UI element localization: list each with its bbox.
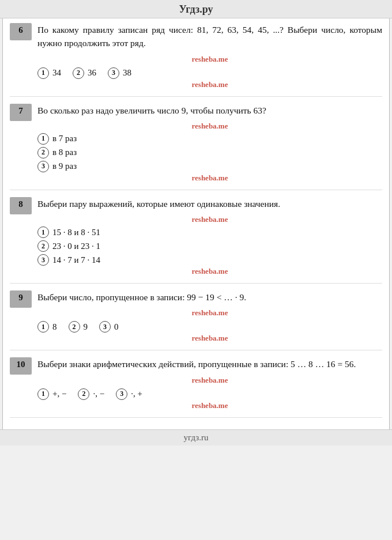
question-text-9: Выбери число, пропущенное в записи: 99 −…	[37, 290, 382, 304]
options-container-7: 1в 7 раз2в 8 раз3в 9 раз	[37, 133, 382, 172]
option-text-7-1: в 7 раз	[52, 134, 77, 144]
option-10-1[interactable]: 1+, −	[37, 388, 66, 400]
site-footer: угдз.ru	[0, 429, 392, 445]
option-circle-7-3: 3	[37, 161, 49, 172]
options-container-10: 1+, −2·, −3·, +	[37, 388, 382, 400]
option-text-8-3: 14 · 7 и 7 · 14	[52, 255, 100, 265]
option-8-2[interactable]: 223 · 0 и 23 · 1	[37, 240, 382, 252]
option-8-3[interactable]: 314 · 7 и 7 · 14	[37, 254, 382, 266]
watermark: resheba.me	[37, 334, 382, 343]
site-header: Угдз.ру	[0, 0, 392, 18]
option-circle-10-1: 1	[37, 388, 49, 400]
watermark: resheba.me	[37, 80, 382, 89]
option-circle-7-2: 2	[37, 147, 49, 158]
options-container-8: 115 · 8 и 8 · 51223 · 0 и 23 · 1314 · 7 …	[37, 226, 382, 266]
option-text-9-1: 8	[52, 322, 57, 332]
question-number-7: 7	[10, 104, 32, 121]
watermark: resheba.me	[37, 267, 382, 276]
question-block-9: 9Выбери число, пропущенное в записи: 99 …	[10, 290, 382, 350]
option-text-7-2: в 8 раз	[52, 148, 77, 157]
option-text-8-1: 15 · 8 и 8 · 51	[52, 228, 100, 237]
question-content-10: Выбери знаки арифметических действий, пр…	[37, 357, 382, 411]
option-text-10-2: ·, −	[93, 389, 104, 399]
question-text-10: Выбери знаки арифметических действий, пр…	[37, 357, 382, 371]
option-9-3[interactable]: 30	[99, 321, 119, 333]
option-text-10-1: +, −	[52, 389, 66, 399]
option-text-6-3: 38	[123, 68, 131, 78]
option-7-2[interactable]: 2в 8 раз	[37, 147, 382, 158]
option-7-3[interactable]: 3в 9 раз	[37, 161, 382, 172]
option-text-6-1: 34	[52, 68, 61, 78]
option-text-8-2: 23 · 0 и 23 · 1	[52, 241, 100, 251]
question-block-6: 6По какому правилу записан ряд чисел: 81…	[10, 23, 382, 97]
option-circle-8-3: 3	[37, 254, 49, 266]
option-8-1[interactable]: 115 · 8 и 8 · 51	[37, 226, 382, 238]
option-10-3[interactable]: 3·, +	[116, 388, 142, 400]
option-circle-7-1: 1	[37, 133, 49, 145]
question-text-6: По какому правилу записан ряд чисел: 81,…	[37, 23, 382, 50]
option-circle-8-1: 1	[37, 226, 49, 238]
watermark: resheba.me	[37, 401, 382, 410]
option-circle-6-3: 3	[108, 67, 119, 79]
question-content-8: Выбери пару выражений, которые имеют оди…	[37, 197, 382, 277]
question-block-10: 10Выбери знаки арифметических действий, …	[10, 357, 382, 417]
option-9-2[interactable]: 29	[69, 321, 88, 333]
page-container: 6По какому правилу записан ряд чисел: 81…	[2, 18, 390, 429]
watermark: resheba.me	[37, 376, 382, 385]
question-number-8: 8	[10, 197, 32, 214]
option-circle-8-2: 2	[37, 240, 49, 252]
option-circle-6-1: 1	[37, 67, 49, 79]
watermark: resheba.me	[37, 215, 382, 224]
option-text-9-3: 0	[114, 322, 119, 332]
options-container-6: 134236338	[37, 67, 382, 79]
question-content-9: Выбери число, пропущенное в записи: 99 −…	[37, 290, 382, 344]
watermark: resheba.me	[37, 173, 382, 183]
option-circle-9-1: 1	[37, 321, 49, 333]
question-number-10: 10	[10, 357, 32, 375]
option-10-2[interactable]: 2·, −	[78, 388, 104, 400]
question-content-7: Во сколько раз надо увеличить число 9, ч…	[37, 104, 382, 184]
option-text-6-2: 36	[88, 68, 96, 78]
question-block-8: 8Выбери пару выражений, которые имеют од…	[10, 197, 382, 284]
option-circle-10-2: 2	[78, 388, 89, 400]
options-container-9: 182930	[37, 321, 382, 333]
option-7-1[interactable]: 1в 7 раз	[37, 133, 382, 145]
option-9-1[interactable]: 18	[37, 321, 57, 333]
option-6-3[interactable]: 338	[108, 67, 131, 79]
option-circle-10-3: 3	[116, 388, 127, 400]
watermark: resheba.me	[37, 122, 382, 131]
option-circle-6-2: 2	[73, 67, 84, 79]
option-text-10-3: ·, +	[131, 389, 142, 399]
option-text-9-2: 9	[84, 322, 88, 332]
question-block-7: 7Во сколько раз надо увеличить число 9, …	[10, 104, 382, 190]
option-6-2[interactable]: 236	[73, 67, 96, 79]
question-text-8: Выбери пару выражений, которые имеют оди…	[37, 197, 382, 210]
option-circle-9-3: 3	[99, 321, 111, 333]
option-text-7-3: в 9 раз	[52, 161, 77, 171]
watermark: resheba.me	[37, 55, 382, 64]
watermark: resheba.me	[37, 308, 382, 318]
question-text-7: Во сколько раз надо увеличить число 9, ч…	[37, 104, 382, 117]
question-content-6: По какому правилу записан ряд чисел: 81,…	[37, 23, 382, 90]
option-6-1[interactable]: 134	[37, 67, 61, 79]
question-number-6: 6	[10, 23, 32, 40]
option-circle-9-2: 2	[69, 321, 80, 333]
question-number-9: 9	[10, 290, 32, 308]
